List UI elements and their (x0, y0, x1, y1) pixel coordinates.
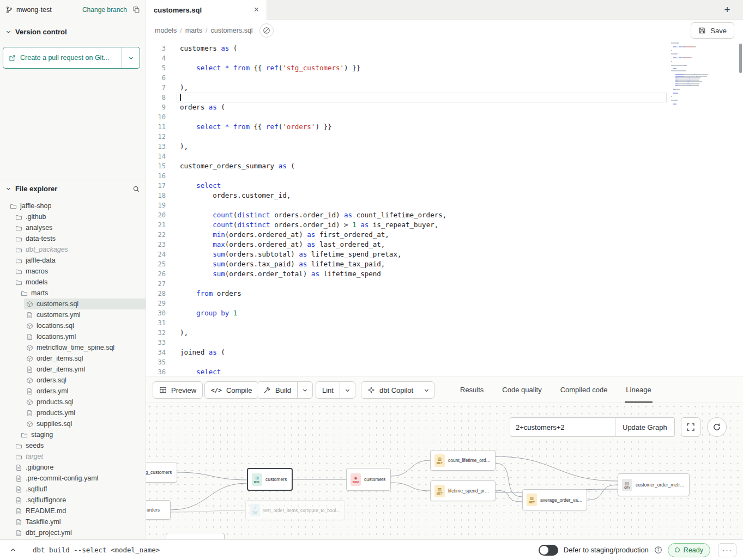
change-branch-link[interactable]: Change branch (82, 6, 127, 14)
tree-item-README.md[interactable]: README.md (0, 506, 146, 516)
create-pull-request-button[interactable]: Create a pull request on Git... (3, 47, 140, 69)
tree-item-metricflow_time_spine.sql[interactable]: metricflow_time_spine.sql (0, 342, 146, 353)
create-pull-request-main[interactable]: Create a pull request on Git... (3, 47, 122, 68)
code-line-4[interactable]: 4 (146, 53, 743, 63)
lineage-search-input[interactable] (510, 417, 615, 437)
tree-item-seeds[interactable]: seeds (0, 440, 146, 451)
save-button[interactable]: Save (691, 22, 734, 39)
tree-item-jaffle-shop[interactable]: jaffle-shop (0, 200, 146, 211)
code-line-26[interactable]: 26 sum(orders.order_total) as lifetime_s… (146, 269, 743, 279)
lineage-node-customers[interactable]: ⊞MDLcustomers (247, 468, 293, 491)
code-editor[interactable]: 3customers as (45 select * from {{ ref('… (146, 41, 743, 376)
code-line-7[interactable]: 7), (146, 83, 743, 93)
lint-button[interactable]: Lint (316, 381, 355, 399)
file-search-button[interactable] (132, 185, 140, 193)
tab-customers-sql[interactable]: customers.sql × (146, 0, 267, 20)
dbt-copilot-button[interactable]: dbt Copilot (361, 381, 434, 399)
breadcrumb-models[interactable]: models (155, 27, 177, 34)
pr-dropdown-button[interactable] (122, 47, 140, 68)
code-line-21[interactable]: 21 count(distinct orders.order_id) > 1 a… (146, 220, 743, 230)
fullscreen-button[interactable] (681, 417, 700, 437)
code-line-3[interactable]: 3customers as ( (146, 44, 743, 53)
refresh-graph-button[interactable] (707, 417, 727, 437)
version-control-header[interactable]: Version control (0, 24, 146, 39)
code-line-31[interactable]: 31 (146, 318, 743, 328)
copilot-dropdown-button[interactable] (419, 382, 434, 398)
lineage-node-lifetime_spend_pretax[interactable]: ▥METlifetime_spend_pretax (430, 480, 496, 501)
lineage-node-test_order_items_compute_to_bools...[interactable]: ✓TSTtest_order_items_compute_to_bools... (245, 500, 345, 520)
code-line-28[interactable]: 28 from orders (146, 289, 743, 299)
code-line-19[interactable]: 19 (146, 200, 743, 210)
tree-item-supplies.sql[interactable]: supplies.sql (0, 418, 146, 429)
code-line-33[interactable]: 33 (146, 338, 743, 348)
tree-item-orders.sql[interactable]: orders.sql (0, 375, 146, 386)
copy-branch-button[interactable] (132, 6, 140, 14)
tree-item-.github[interactable]: .github (0, 211, 146, 222)
code-line-5[interactable]: 5 select * from {{ ref('stg_customers') … (146, 63, 743, 73)
code-line-36[interactable]: 36 select (146, 367, 743, 376)
lineage-node-average_order_value[interactable]: ▥METaverage_order_value (522, 489, 587, 510)
code-line-18[interactable]: 18 orders.customer_id, (146, 191, 743, 200)
build-button[interactable]: Build (257, 381, 313, 399)
code-line-11[interactable]: 11 select * from {{ ref('orders') }} (146, 122, 743, 132)
tree-item-products.yml[interactable]: products.yml (0, 407, 146, 418)
tree-item-locations.sql[interactable]: locations.sql (0, 320, 146, 331)
file-explorer-header[interactable]: File explorer (0, 180, 146, 195)
tree-item-dbt_packages[interactable]: dbt_packages (0, 244, 146, 255)
tree-item-orders.yml[interactable]: orders.yml (0, 386, 146, 397)
lineage-node-count_lifetime_orders[interactable]: ▥METcount_lifetime_orders (430, 450, 496, 471)
collapse-panel-button[interactable] (7, 544, 20, 557)
tree-item-analyses[interactable]: analyses (0, 222, 146, 233)
code-line-34[interactable]: 34joined as ( (146, 348, 743, 357)
more-options-button[interactable]: ··· (718, 543, 736, 557)
tree-item-staging[interactable]: staging (0, 429, 146, 440)
tree-item-Taskfile.yml[interactable]: Taskfile.yml (0, 516, 146, 527)
tab-code-quality[interactable]: Code quality (502, 376, 541, 403)
tree-item-.gitignore[interactable]: .gitignore (0, 462, 146, 473)
breadcrumb-marts[interactable]: marts (185, 27, 202, 34)
tree-item-target[interactable]: target (0, 451, 146, 462)
tree-item-customers.yml[interactable]: customers.yml (0, 309, 146, 320)
tab-results[interactable]: Results (460, 376, 484, 403)
lineage-node-customers[interactable]: ◈SEMcustomers (346, 468, 391, 491)
code-line-15[interactable]: 15customer_orders_summary as ( (146, 161, 743, 171)
code-line-13[interactable]: 13), (146, 142, 743, 151)
code-line-10[interactable]: 10 (146, 112, 743, 122)
lineage-node-customer_order_metrics[interactable]: ▤QRYcustomer_order_metrics (618, 473, 690, 496)
code-line-14[interactable]: 14 (146, 151, 743, 161)
lineage-node-orders[interactable]: ⊞MDLorders (146, 500, 171, 520)
tree-item-customers.sql[interactable]: customers.sql (0, 299, 146, 309)
tree-item-macros[interactable]: macros (0, 266, 146, 277)
tree-item-.sqlfluff[interactable]: .sqlfluff (0, 484, 146, 495)
code-line-27[interactable]: 27 (146, 279, 743, 289)
tree-item-products.sql[interactable]: products.sql (0, 397, 146, 407)
lineage-node-unnamed[interactable] (166, 533, 225, 539)
tree-item-jaffle-data[interactable]: jaffle-data (0, 255, 146, 266)
code-line-8[interactable]: 8 (146, 93, 743, 102)
code-line-29[interactable]: 29 (146, 299, 743, 308)
code-line-12[interactable]: 12 (146, 132, 743, 142)
editor-minimap[interactable] (671, 42, 715, 105)
tree-item-data-tests[interactable]: data-tests (0, 233, 146, 244)
code-line-20[interactable]: 20 count(distinct orders.order_id) as co… (146, 210, 743, 220)
editor-scrollbar[interactable] (739, 44, 742, 73)
lint-dropdown-button[interactable] (340, 382, 355, 398)
build-dropdown-button[interactable] (298, 382, 312, 398)
compile-button[interactable]: </> Compile (204, 381, 259, 399)
code-line-24[interactable]: 24 sum(orders.subtotal) as lifetime_spen… (146, 249, 743, 259)
preview-button[interactable]: Preview (153, 381, 203, 399)
defer-info-button[interactable] (654, 546, 662, 554)
tree-item-dbt_project.yml[interactable]: dbt_project.yml (0, 527, 146, 538)
new-tab-button[interactable]: + (720, 3, 734, 17)
defer-toggle[interactable] (539, 545, 558, 556)
code-line-6[interactable]: 6 (146, 73, 743, 83)
update-graph-button[interactable]: Update Graph (615, 417, 675, 437)
code-line-25[interactable]: 25 sum(orders.tax_paid) as lifetime_tax_… (146, 259, 743, 269)
code-line-17[interactable]: 17 select (146, 181, 743, 191)
code-line-32[interactable]: 32), (146, 328, 743, 338)
tree-item-order_items.sql[interactable]: order_items.sql (0, 353, 146, 364)
tree-item-models[interactable]: models (0, 277, 146, 288)
code-line-23[interactable]: 23 max(orders.ordered_at) as last_ordere… (146, 240, 743, 249)
tree-item-locations.yml[interactable]: locations.yml (0, 331, 146, 342)
tree-item-marts[interactable]: marts (0, 288, 146, 299)
